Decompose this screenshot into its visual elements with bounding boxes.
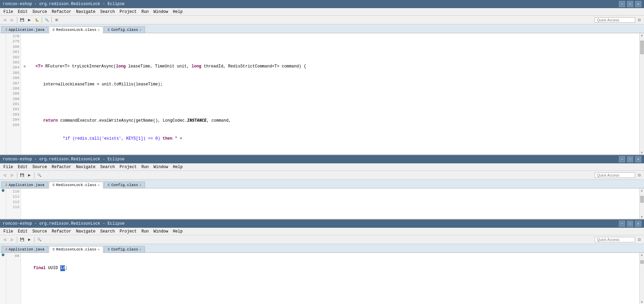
menu-source-3[interactable]: Source	[30, 228, 49, 235]
close-button-3[interactable]: ✕	[635, 221, 641, 227]
tab-close-redisson-2[interactable]: ✕	[98, 183, 100, 187]
toolbar-search-3[interactable]: 🔍	[36, 236, 43, 243]
toolbar-run-2[interactable]: ▶	[26, 172, 33, 179]
menu-search-2[interactable]: Search	[98, 164, 117, 170]
tab-label-config-2: Config.class	[111, 183, 138, 187]
tab-config-3[interactable]: C Config.class ✕	[104, 246, 145, 252]
scroll-down-3[interactable]: ▼	[641, 301, 643, 304]
menu-file-1[interactable]: File	[1, 9, 15, 15]
scroll-down-2[interactable]: ▼	[641, 216, 643, 219]
quick-access-input-1[interactable]	[595, 17, 635, 23]
tab-close-config-3[interactable]: ✕	[139, 248, 141, 251]
toolbar-fwd-3[interactable]: ▷	[9, 236, 16, 243]
toolbar-fwd-2[interactable]: ▷	[9, 172, 16, 179]
scroll-thumb-3[interactable]	[640, 260, 644, 264]
toolbar-save-1[interactable]: 💾	[19, 17, 25, 23]
menu-project-2[interactable]: Project	[117, 164, 138, 170]
menu-refactor-3[interactable]: Refactor	[50, 228, 73, 235]
menu-source-2[interactable]: Source	[30, 164, 49, 170]
maximize-button-2[interactable]: □	[627, 156, 633, 162]
menu-navigate-1[interactable]: Navigate	[74, 9, 98, 15]
tab-close-redisson-1[interactable]: ✕	[98, 28, 100, 32]
scroll-up-3[interactable]: ▲	[641, 254, 643, 257]
tab-redissonlock-1[interactable]: C RedissonLock.class ✕	[49, 26, 103, 33]
menu-help-1[interactable]: Help	[171, 9, 185, 15]
scroll-thumb-2[interactable]	[640, 196, 644, 203]
menu-file-2[interactable]: File	[1, 164, 15, 170]
tab-close-config-2[interactable]: ✕	[139, 183, 141, 187]
tab-application-java-1[interactable]: J Application.java	[1, 26, 48, 33]
menu-window-3[interactable]: Window	[151, 228, 170, 235]
menu-search-3[interactable]: Search	[98, 228, 117, 235]
toolbar-perspective-2[interactable]: ⊡	[636, 172, 643, 179]
menu-project-1[interactable]: Project	[117, 9, 138, 15]
menu-window-2[interactable]: Window	[151, 164, 170, 170]
tab-bar-3: J Application.java C RedissonLock.class …	[0, 244, 644, 253]
menu-edit-2[interactable]: Edit	[16, 164, 30, 170]
editor-area-1: 278 279 280 281 282 283 284 285 286 287 …	[0, 33, 644, 155]
toolbar-perspective-3[interactable]: ⊡	[636, 236, 643, 243]
toolbar-debug-1[interactable]: 🐛	[34, 17, 40, 23]
quick-access-input-2[interactable]	[595, 173, 635, 178]
menu-file-3[interactable]: File	[1, 228, 15, 235]
menu-refactor-1[interactable]: Refactor	[50, 9, 73, 15]
toolbar-extra-1[interactable]: ⊞	[53, 17, 60, 23]
menu-run-3[interactable]: Run	[139, 228, 151, 235]
scroll-thumb-1[interactable]	[640, 41, 644, 54]
code-line-282: return commandExecutor.evalWriteAsync(ge…	[24, 117, 637, 124]
menu-navigate-2[interactable]: Navigate	[74, 164, 98, 170]
menu-run-2[interactable]: Run	[139, 164, 151, 170]
menu-run-1[interactable]: Run	[139, 9, 151, 15]
code-content-2[interactable]: ⊕ protected String getLockName(long thre…	[21, 188, 639, 219]
tab-close-redisson-3[interactable]: ✕	[98, 248, 100, 251]
quick-access-input-3[interactable]	[595, 237, 635, 242]
maximize-button-1[interactable]: □	[627, 1, 633, 7]
menu-help-3[interactable]: Help	[171, 228, 185, 235]
minimize-button-2[interactable]: ─	[619, 156, 625, 162]
toolbar-2: ◁ ▷ 💾 ▶ 🔍 ⊡	[0, 171, 644, 180]
tab-application-java-2[interactable]: J Application.java	[1, 182, 48, 188]
code-content-1[interactable]: ⊕ <T> RFuture<T> tryLockInnerAsync(long …	[21, 33, 639, 155]
menu-edit-3[interactable]: Edit	[16, 228, 30, 235]
code-content-3[interactable]: final UUID id;	[21, 253, 639, 304]
menu-project-3[interactable]: Project	[117, 228, 138, 235]
scroll-up-2[interactable]: ▲	[641, 189, 643, 192]
scrollbar-v-2[interactable]: ▲ ▼	[639, 188, 644, 219]
tab-config-2[interactable]: C Config.class ✕	[104, 182, 145, 188]
menu-search-1[interactable]: Search	[98, 9, 117, 15]
tab-label-redisson-2: RedissonLock.class	[56, 183, 96, 187]
toolbar-run-3[interactable]: ▶	[26, 236, 33, 243]
menu-source-1[interactable]: Source	[30, 9, 49, 15]
menu-navigate-3[interactable]: Navigate	[74, 228, 98, 235]
tab-redissonlock-2[interactable]: C RedissonLock.class ✕	[49, 182, 103, 188]
menu-refactor-2[interactable]: Refactor	[50, 164, 73, 170]
toolbar-back-2[interactable]: ◁	[1, 172, 8, 179]
close-button-2[interactable]: ✕	[635, 156, 641, 162]
tab-application-java-3[interactable]: J Application.java	[1, 246, 48, 252]
toolbar-search-1[interactable]: 🔍	[43, 17, 50, 23]
tab-config-1[interactable]: C Config.class ✕	[104, 26, 145, 33]
close-button-1[interactable]: ✕	[635, 1, 641, 7]
toolbar-save-2[interactable]: 💾	[19, 172, 25, 179]
toolbar-search-2[interactable]: 🔍	[36, 172, 43, 179]
toolbar-save-3[interactable]: 💾	[19, 236, 25, 243]
scrollbar-v-3[interactable]: ▲ ▼	[639, 253, 644, 304]
toolbar-run-1[interactable]: ▶	[26, 17, 33, 23]
toolbar-fwd-1[interactable]: ▷	[9, 17, 16, 23]
scroll-down-1[interactable]: ▼	[641, 151, 643, 155]
maximize-button-3[interactable]: □	[627, 221, 633, 227]
menu-window-1[interactable]: Window	[151, 9, 170, 15]
window-title-1: roncoo-eshop - org.redisson.RedissonLock…	[3, 2, 125, 6]
menu-help-2[interactable]: Help	[171, 164, 185, 170]
menu-edit-1[interactable]: Edit	[16, 9, 30, 15]
scrollbar-v-1[interactable]: ▲ ▼	[639, 33, 644, 155]
minimize-button-1[interactable]: ─	[619, 1, 625, 7]
tab-redissonlock-3[interactable]: C RedissonLock.class ✕	[49, 246, 103, 253]
toolbar-back-1[interactable]: ◁	[1, 17, 8, 23]
toolbar-3: ◁ ▷ 💾 ▶ 🔍 ⊡	[0, 235, 644, 244]
toolbar-perspective-1[interactable]: ⊡	[636, 17, 643, 23]
toolbar-back-3[interactable]: ◁	[1, 236, 8, 243]
minimize-button-3[interactable]: ─	[619, 221, 625, 227]
scroll-up-1[interactable]: ▲	[641, 34, 643, 37]
tab-close-config-1[interactable]: ✕	[139, 28, 141, 32]
